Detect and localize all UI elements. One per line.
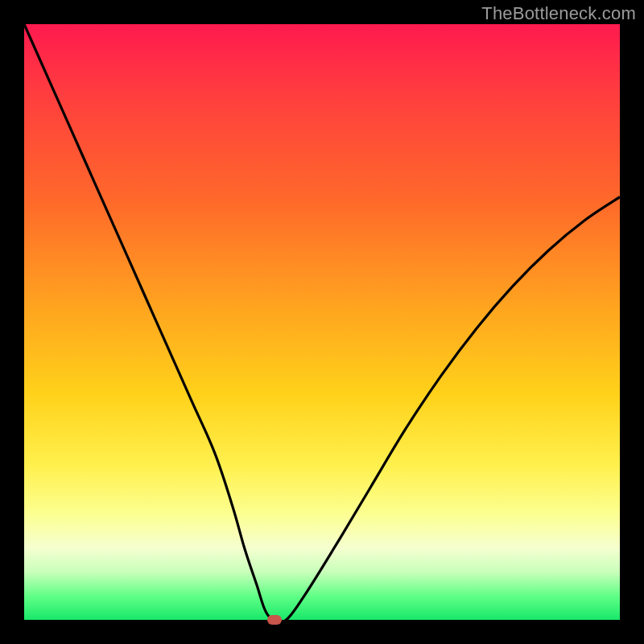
curve-svg: [24, 24, 620, 620]
watermark-text: TheBottleneck.com: [481, 3, 636, 24]
bottleneck-curve-path: [24, 24, 620, 622]
optimum-marker: [267, 615, 282, 625]
chart-frame: TheBottleneck.com: [0, 0, 644, 644]
plot-area: [24, 24, 620, 620]
